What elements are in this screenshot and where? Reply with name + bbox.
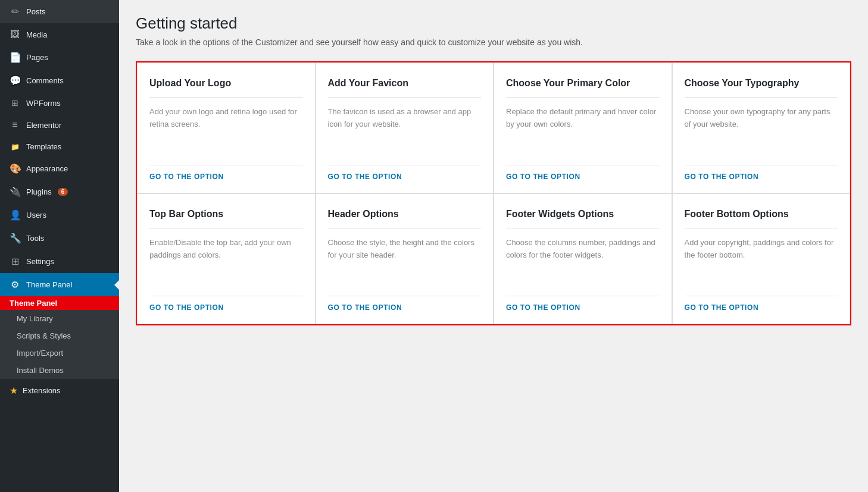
card-header-options: Header Options Choose the style, the hei… xyxy=(316,193,494,324)
main-content: Getting started Take a look in the optio… xyxy=(119,0,868,492)
card-add-favicon: Add Your Favicon The favicon is used as … xyxy=(316,62,494,193)
page-subtitle: Take a look in the options of the Custom… xyxy=(136,37,851,47)
sidebar-item-tools[interactable]: 🔧 Tools xyxy=(0,227,119,250)
sidebar-item-media[interactable]: 🖼 Media xyxy=(0,23,119,46)
sidebar-label-posts: Posts xyxy=(26,7,46,16)
appearance-icon: 🎨 xyxy=(10,163,20,174)
card-title-typography: Choose Your Typography xyxy=(685,77,838,98)
sidebar-item-extensions[interactable]: ★ Extensions xyxy=(0,379,119,402)
sidebar-item-elementor[interactable]: ≡ Elementor xyxy=(0,114,119,136)
card-desc-typography: Choose your own typography for any parts… xyxy=(685,106,838,155)
users-icon: 👤 xyxy=(10,209,20,221)
card-primary-color: Choose Your Primary Color Replace the de… xyxy=(494,62,672,193)
sidebar-item-templates[interactable]: 📁 Templates xyxy=(0,136,119,157)
media-icon: 🖼 xyxy=(10,29,20,40)
card-title-top-bar: Top Bar Options xyxy=(149,208,303,228)
sidebar-label-templates: Templates xyxy=(26,142,61,151)
sidebar-item-wpforms[interactable]: ⊞ WPForms xyxy=(0,92,119,114)
wpforms-icon: ⊞ xyxy=(10,98,20,108)
star-icon: ★ xyxy=(10,385,18,396)
card-upload-logo: Upload Your Logo Add your own logo and r… xyxy=(137,62,316,193)
card-desc-add-favicon: The favicon is used as a browser and app… xyxy=(328,106,482,155)
elementor-icon: ≡ xyxy=(10,120,20,130)
card-footer-bottom: Footer Bottom Options Add your copyright… xyxy=(672,193,851,324)
card-link-add-favicon[interactable]: GO TO THE OPTION xyxy=(328,165,482,181)
plugins-badge: 6 xyxy=(58,188,68,196)
card-title-header-options: Header Options xyxy=(328,208,482,228)
sidebar-label-settings: Settings xyxy=(26,257,54,266)
theme-panel-section: ⚙ Theme Panel Theme Panel My Library Scr… xyxy=(0,273,119,379)
card-title-footer-bottom: Footer Bottom Options xyxy=(685,208,838,228)
sidebar-label-appearance: Appearance xyxy=(26,164,68,173)
sidebar-item-comments[interactable]: 💬 Comments xyxy=(0,69,119,92)
cards-grid: Upload Your Logo Add your own logo and r… xyxy=(136,61,851,325)
card-title-upload-logo: Upload Your Logo xyxy=(149,77,303,98)
sidebar-label-pages: Pages xyxy=(26,53,48,62)
plugins-icon: 🔌 xyxy=(10,186,20,198)
card-link-top-bar[interactable]: GO TO THE OPTION xyxy=(149,296,303,312)
sidebar-item-plugins[interactable]: 🔌 Plugins 6 xyxy=(0,180,119,203)
scripts-styles-label: Scripts & Styles xyxy=(17,331,71,340)
card-title-footer-widgets: Footer Widgets Options xyxy=(506,208,660,228)
sidebar-label-wpforms: WPForms xyxy=(26,99,61,108)
theme-panel-header-label: Theme Panel xyxy=(26,280,72,289)
card-footer-widgets: Footer Widgets Options Choose the column… xyxy=(494,193,672,324)
sidebar-item-import-export[interactable]: Import/Export xyxy=(0,344,119,362)
sidebar-item-appearance[interactable]: 🎨 Appearance xyxy=(0,157,119,180)
sidebar-item-scripts-styles[interactable]: Scripts & Styles xyxy=(0,327,119,344)
sidebar-label-comments: Comments xyxy=(26,76,64,85)
theme-panel-header[interactable]: ⚙ Theme Panel xyxy=(0,273,119,296)
card-desc-primary-color: Replace the default primary and hover co… xyxy=(506,106,660,155)
card-desc-header-options: Choose the style, the height and the col… xyxy=(328,237,482,286)
theme-panel-sub-label: Theme Panel xyxy=(0,296,119,310)
card-link-header-options[interactable]: GO TO THE OPTION xyxy=(328,296,482,312)
card-top-bar: Top Bar Options Enable/Disable the top b… xyxy=(137,193,316,324)
sidebar-item-pages[interactable]: 📄 Pages xyxy=(0,46,119,69)
my-library-label: My Library xyxy=(17,314,53,323)
card-link-upload-logo[interactable]: GO TO THE OPTION xyxy=(149,165,303,181)
card-title-primary-color: Choose Your Primary Color xyxy=(506,77,660,98)
card-desc-top-bar: Enable/Disable the top bar, add your own… xyxy=(149,237,303,286)
settings-icon: ⊞ xyxy=(10,256,20,267)
import-export-label: Import/Export xyxy=(17,349,63,358)
sidebar-label-plugins: Plugins xyxy=(26,187,52,196)
arrow-icon xyxy=(114,280,119,290)
sidebar-item-my-library[interactable]: My Library xyxy=(0,310,119,327)
comments-icon: 💬 xyxy=(10,75,20,86)
posts-icon: ✏ xyxy=(10,6,20,17)
card-desc-footer-widgets: Choose the columns number, paddings and … xyxy=(506,237,660,286)
card-link-primary-color[interactable]: GO TO THE OPTION xyxy=(506,165,660,181)
card-desc-footer-bottom: Add your copyright, paddings and colors … xyxy=(685,237,838,286)
card-desc-upload-logo: Add your own logo and retina logo used f… xyxy=(149,106,303,155)
card-typography: Choose Your Typography Choose your own t… xyxy=(672,62,851,193)
tools-icon: 🔧 xyxy=(10,233,20,244)
sidebar-label-media: Media xyxy=(26,30,47,39)
card-link-typography[interactable]: GO TO THE OPTION xyxy=(685,165,838,181)
sidebar-label-tools: Tools xyxy=(26,234,44,243)
install-demos-label: Install Demos xyxy=(17,366,64,375)
templates-icon: 📁 xyxy=(10,143,20,151)
sidebar-item-install-demos[interactable]: Install Demos xyxy=(0,362,119,379)
theme-panel-icon: ⚙ xyxy=(10,279,20,290)
sidebar-nav: ✏ Posts 🖼 Media 📄 Pages 💬 Comments ⊞ WPF… xyxy=(0,0,119,273)
sidebar-item-users[interactable]: 👤 Users xyxy=(0,203,119,227)
card-link-footer-widgets[interactable]: GO TO THE OPTION xyxy=(506,296,660,312)
extensions-label: Extensions xyxy=(23,386,61,395)
sidebar-label-elementor: Elementor xyxy=(26,121,61,130)
pages-icon: 📄 xyxy=(10,52,20,63)
sidebar-item-posts[interactable]: ✏ Posts xyxy=(0,0,119,23)
page-title: Getting started xyxy=(136,14,851,33)
card-link-footer-bottom[interactable]: GO TO THE OPTION xyxy=(685,296,838,312)
sidebar: ✏ Posts 🖼 Media 📄 Pages 💬 Comments ⊞ WPF… xyxy=(0,0,119,492)
sidebar-label-users: Users xyxy=(26,211,46,220)
card-title-add-favicon: Add Your Favicon xyxy=(328,77,482,98)
sidebar-item-settings[interactable]: ⊞ Settings xyxy=(0,250,119,273)
